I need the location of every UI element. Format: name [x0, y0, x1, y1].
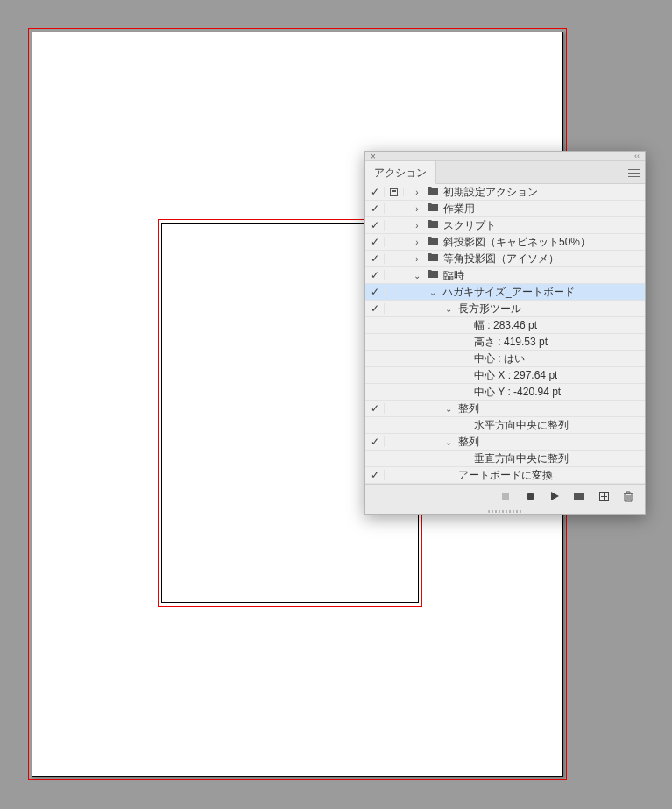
trash-icon: [623, 491, 633, 502]
action-row[interactable]: ✓›作業用: [365, 201, 645, 217]
panel-resize-grip[interactable]: [365, 507, 645, 514]
row-content: ›初期設定アクション: [404, 185, 645, 200]
row-content: アートボードに変換: [404, 468, 645, 483]
actions-tree: ✓›初期設定アクション✓›作業用✓›スクリプト✓›斜投影図（キャビネット50%）…: [365, 184, 645, 484]
delete-button[interactable]: [622, 490, 634, 502]
checkmark-icon: ✓: [371, 436, 379, 447]
row-label: 中心 Y : -420.94 pt: [474, 385, 561, 400]
chevron-right-icon[interactable]: ›: [412, 204, 422, 214]
action-row[interactable]: ✓›等角投影図（アイソメ）: [365, 251, 645, 267]
chevron-right-icon[interactable]: ›: [412, 221, 422, 231]
row-label: 長方形ツール: [458, 302, 521, 316]
row-content: ⌄長方形ツール: [404, 302, 645, 316]
new-action-button[interactable]: [598, 490, 610, 502]
chevron-right-icon[interactable]: ›: [412, 238, 422, 247]
row-label: アートボードに変換: [458, 468, 553, 483]
checkmark-icon: ✓: [371, 403, 379, 414]
row-content: ⌄ハガキサイズ_アートボード: [404, 285, 645, 300]
row-label: 中心 : はい: [474, 351, 525, 366]
row-content: ⌄臨時: [404, 268, 645, 283]
row-toggle-enabled[interactable]: ✓: [365, 187, 385, 197]
new-set-button[interactable]: [573, 490, 585, 502]
action-row[interactable]: 幅 : 283.46 pt: [365, 317, 645, 334]
chevron-right-icon[interactable]: ›: [412, 188, 422, 197]
row-label: 整列: [458, 435, 479, 450]
action-row[interactable]: ✓⌄臨時: [365, 267, 645, 284]
row-toggle-enabled[interactable]: ✓: [365, 220, 385, 231]
action-row[interactable]: 中心 X : 297.64 pt: [365, 367, 645, 384]
row-label: 等角投影図（アイソメ）: [443, 252, 559, 266]
action-row[interactable]: ✓⌄長方形ツール: [365, 301, 645, 317]
action-row[interactable]: 中心 : はい: [365, 351, 645, 367]
row-label: 臨時: [443, 268, 464, 283]
chevron-right-icon[interactable]: ›: [412, 254, 422, 264]
folder-icon: [427, 219, 439, 231]
folder-icon: [427, 252, 439, 265]
action-row[interactable]: ✓⌄整列: [365, 434, 645, 451]
row-label: 高さ : 419.53 pt: [474, 335, 548, 350]
row-content: ›作業用: [404, 202, 645, 216]
row-toggle-enabled[interactable]: ✓: [365, 237, 385, 247]
row-content: ›スクリプト: [404, 218, 645, 233]
chevron-down-icon[interactable]: ⌄: [428, 287, 438, 297]
row-label: 垂直方向中央に整列: [474, 451, 569, 466]
tab-actions-label: アクション: [374, 167, 427, 179]
tab-actions[interactable]: アクション: [365, 161, 436, 184]
checkmark-icon: ✓: [371, 203, 379, 214]
row-content: 中心 X : 297.64 pt: [404, 368, 645, 383]
actions-panel: × ‹‹ アクション ✓›初期設定アクション✓›作業用✓›スクリプト✓›斜投影図…: [364, 151, 646, 515]
row-label: 幅 : 283.46 pt: [474, 318, 537, 333]
row-content: ⌄整列: [404, 401, 645, 416]
row-content: ⌄整列: [404, 435, 645, 450]
row-toggle-enabled[interactable]: ✓: [365, 470, 385, 480]
row-label: 初期設定アクション: [443, 185, 538, 200]
chevron-down-icon[interactable]: ⌄: [443, 404, 454, 414]
panel-footer: [365, 484, 645, 507]
row-toggle-enabled[interactable]: ✓: [365, 436, 385, 447]
panel-menu-button[interactable]: [624, 161, 645, 183]
action-row[interactable]: ✓⌄整列: [365, 401, 645, 417]
action-row[interactable]: ✓›初期設定アクション: [365, 184, 645, 201]
folder-icon: [427, 202, 439, 215]
action-row[interactable]: 垂直方向中央に整列: [365, 451, 645, 467]
row-toggle-enabled[interactable]: ✓: [365, 253, 385, 264]
row-toggle-dialog[interactable]: [385, 188, 404, 196]
folder-icon: [427, 236, 439, 248]
stop-button[interactable]: [499, 490, 512, 502]
row-content: 垂直方向中央に整列: [404, 451, 645, 466]
play-icon: [551, 492, 559, 500]
action-row[interactable]: 水平方向中央に整列: [365, 417, 645, 434]
chevron-down-icon[interactable]: ⌄: [412, 271, 422, 280]
action-row[interactable]: ✓›スクリプト: [365, 217, 645, 234]
row-label: 斜投影図（キャビネット50%）: [443, 235, 591, 250]
row-label: スクリプト: [443, 218, 496, 233]
close-icon[interactable]: ×: [371, 152, 376, 161]
action-row[interactable]: ✓›斜投影図（キャビネット50%）: [365, 234, 645, 251]
chevron-down-icon[interactable]: ⌄: [443, 437, 454, 447]
play-button[interactable]: [548, 490, 561, 502]
row-label: 整列: [458, 401, 479, 416]
row-label: 作業用: [443, 202, 475, 216]
action-row[interactable]: 中心 Y : -420.94 pt: [365, 384, 645, 401]
row-content: 高さ : 419.53 pt: [404, 335, 645, 350]
action-row[interactable]: 高さ : 419.53 pt: [365, 334, 645, 351]
row-content: 中心 Y : -420.94 pt: [404, 385, 645, 400]
record-button[interactable]: [524, 490, 536, 502]
chevron-down-icon[interactable]: ⌄: [443, 304, 454, 314]
panel-titlebar[interactable]: × ‹‹: [365, 152, 645, 161]
row-toggle-enabled[interactable]: ✓: [365, 270, 385, 280]
row-label: 水平方向中央に整列: [474, 418, 569, 433]
folder-icon: [427, 269, 439, 281]
action-row[interactable]: ✓⌄ハガキサイズ_アートボード: [365, 284, 645, 301]
checkmark-icon: ✓: [371, 187, 379, 197]
panel-tab-bar: アクション: [365, 161, 645, 184]
row-toggle-enabled[interactable]: ✓: [365, 287, 385, 297]
row-toggle-enabled[interactable]: ✓: [365, 303, 385, 314]
collapse-icon[interactable]: ‹‹: [634, 152, 640, 160]
row-toggle-enabled[interactable]: ✓: [365, 403, 385, 414]
row-toggle-enabled[interactable]: ✓: [365, 203, 385, 214]
canvas-background[interactable]: × ‹‹ アクション ✓›初期設定アクション✓›作業用✓›スクリプト✓›斜投影図…: [0, 0, 672, 809]
action-row[interactable]: ✓アートボードに変換: [365, 467, 645, 484]
hamburger-icon: [628, 168, 640, 177]
row-content: ›斜投影図（キャビネット50%）: [404, 235, 645, 250]
